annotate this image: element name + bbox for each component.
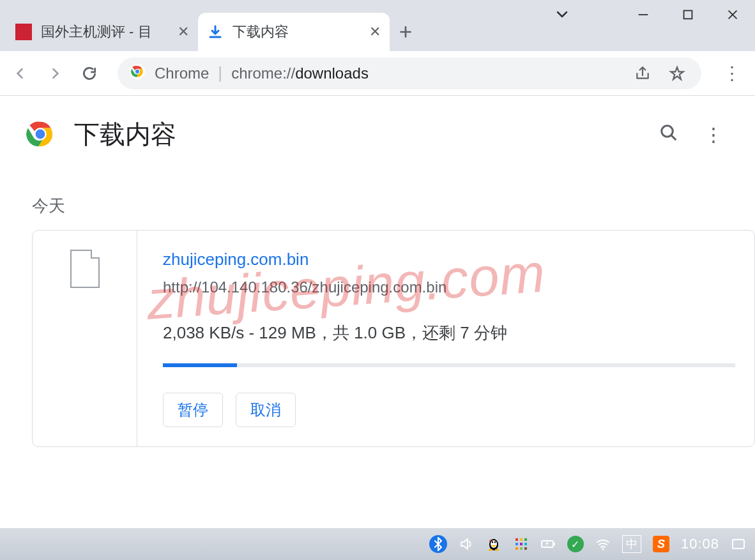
bluetooth-icon[interactable]	[429, 535, 447, 553]
tab-2-active[interactable]: 下载内容 ✕	[198, 13, 390, 51]
tab-strip: 国外主机测评 - 目 ✕ 下载内容 ✕	[0, 0, 755, 51]
wifi-icon[interactable]	[595, 536, 611, 552]
qq-icon[interactable]	[485, 536, 502, 552]
svg-rect-21	[515, 538, 518, 541]
page-title: 下载内容	[74, 117, 640, 152]
minimize-button[interactable]	[621, 0, 666, 29]
chrome-logo-icon	[26, 119, 55, 149]
favicon-icon	[15, 24, 32, 40]
page-menu-button[interactable]: ⋮	[698, 123, 729, 146]
clock[interactable]: 10:08	[681, 536, 719, 552]
section-today-label: 今天	[0, 160, 755, 230]
page-content: zhujiceping.com 下载内容 ⋮ 今天 zhujiceping.co…	[0, 96, 755, 528]
sogou-icon[interactable]: S	[653, 536, 669, 552]
download-url: http://104.140.180.36/zhujiceping.com.bi…	[163, 278, 735, 296]
window-controls	[621, 0, 755, 29]
svg-rect-26	[524, 543, 527, 545]
svg-point-18	[494, 541, 496, 543]
svg-point-32	[602, 549, 604, 550]
cancel-button[interactable]: 取消	[236, 393, 296, 427]
download-filename[interactable]: zhujiceping.com.bin	[163, 250, 735, 269]
ime-indicator[interactable]: 中	[622, 535, 641, 553]
omnibox-app-label: Chrome	[155, 64, 209, 82]
svg-line-14	[671, 135, 676, 140]
svg-point-13	[662, 126, 673, 137]
progress-bar	[163, 363, 735, 367]
bookmark-star-icon[interactable]	[664, 61, 690, 86]
download-icon	[207, 24, 224, 40]
address-bar[interactable]: Chrome | chrome://downloads	[118, 57, 701, 89]
security-ok-icon[interactable]: ✓	[567, 536, 584, 552]
file-thumbnail	[33, 231, 137, 446]
svg-rect-29	[524, 547, 527, 550]
svg-rect-22	[520, 538, 522, 541]
svg-rect-28	[520, 547, 522, 550]
svg-point-19	[489, 549, 492, 551]
new-tab-button[interactable]	[390, 13, 422, 51]
omnibox-prefix: chrome://	[231, 64, 295, 82]
share-icon[interactable]	[630, 61, 655, 86]
back-button[interactable]	[8, 61, 33, 86]
battery-icon[interactable]	[540, 536, 556, 552]
close-tab-icon[interactable]: ✕	[369, 24, 381, 40]
svg-rect-24	[515, 543, 518, 545]
svg-rect-31	[554, 543, 555, 545]
close-tab-icon[interactable]: ✕	[178, 24, 189, 40]
volume-icon[interactable]	[459, 536, 474, 552]
tab-1[interactable]: 国外主机测评 - 目 ✕	[6, 13, 198, 51]
download-item: zhujiceping.com.bin http://104.140.180.3…	[32, 230, 755, 447]
progress-bar-fill	[163, 363, 237, 367]
omnibox-separator: |	[218, 63, 222, 83]
page-header: 下载内容 ⋮	[0, 96, 755, 160]
tab-label: 下载内容	[233, 22, 364, 42]
svg-point-16	[491, 540, 497, 548]
tab-label: 国外主机测评 - 目	[41, 22, 172, 42]
toolbar: Chrome | chrome://downloads ⋮	[0, 51, 755, 96]
search-icon[interactable]	[659, 123, 678, 145]
notifications-icon[interactable]	[731, 536, 746, 552]
svg-point-17	[492, 541, 493, 543]
browser-menu-button[interactable]: ⋮	[717, 63, 747, 84]
svg-rect-1	[684, 10, 692, 19]
taskbar: ✓ 中 S 10:08	[0, 528, 755, 560]
maximize-button[interactable]	[666, 0, 710, 29]
svg-rect-27	[515, 547, 518, 550]
forward-button[interactable]	[42, 61, 68, 86]
tab-search-button[interactable]	[554, 6, 570, 26]
file-icon	[70, 250, 100, 288]
close-window-button[interactable]	[710, 0, 755, 29]
download-status: 2,038 KB/s - 129 MB，共 1.0 GB，还剩 7 分钟	[163, 322, 735, 344]
chrome-logo-icon	[129, 63, 146, 84]
reload-button[interactable]	[77, 61, 102, 86]
svg-rect-33	[733, 540, 744, 549]
color-grid-icon[interactable]	[514, 536, 529, 552]
omnibox-path: downloads	[295, 64, 369, 82]
svg-rect-23	[524, 538, 527, 541]
svg-point-20	[495, 549, 499, 551]
pause-button[interactable]: 暂停	[163, 393, 223, 427]
svg-rect-25	[520, 543, 522, 545]
